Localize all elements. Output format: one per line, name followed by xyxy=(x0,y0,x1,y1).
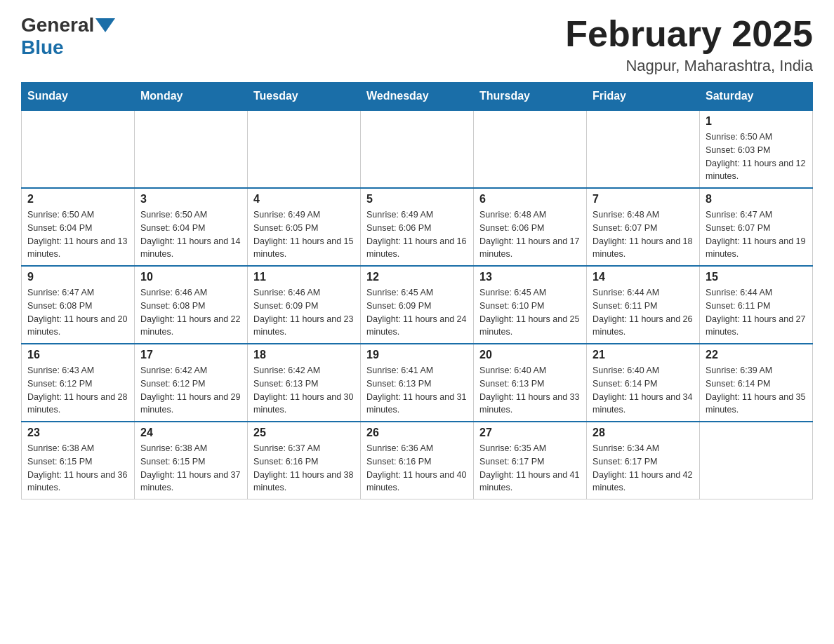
day-number: 12 xyxy=(366,271,468,283)
day-info: Sunrise: 6:44 AMSunset: 6:11 PMDaylight:… xyxy=(593,286,694,339)
day-number: 15 xyxy=(706,271,807,283)
calendar-week-3: 9Sunrise: 6:47 AMSunset: 6:08 PMDaylight… xyxy=(22,266,813,344)
day-info: Sunrise: 6:41 AMSunset: 6:13 PMDaylight:… xyxy=(366,364,468,417)
calendar-cell: 10Sunrise: 6:46 AMSunset: 6:08 PMDayligh… xyxy=(135,266,248,344)
day-info: Sunrise: 6:45 AMSunset: 6:10 PMDaylight:… xyxy=(479,286,581,339)
day-number: 5 xyxy=(366,193,468,206)
calendar-cell: 23Sunrise: 6:38 AMSunset: 6:15 PMDayligh… xyxy=(22,422,135,499)
day-number: 28 xyxy=(593,427,694,439)
title-area: February 2025 Nagpur, Maharashtra, India xyxy=(565,14,813,75)
day-info: Sunrise: 6:48 AMSunset: 6:06 PMDaylight:… xyxy=(479,208,581,261)
day-number: 26 xyxy=(366,427,468,439)
day-number: 20 xyxy=(479,349,581,361)
day-info: Sunrise: 6:50 AMSunset: 6:03 PMDaylight:… xyxy=(706,130,807,183)
day-number: 21 xyxy=(593,349,694,361)
day-number: 7 xyxy=(593,193,694,206)
day-info: Sunrise: 6:43 AMSunset: 6:12 PMDaylight:… xyxy=(27,364,128,417)
day-info: Sunrise: 6:35 AMSunset: 6:17 PMDaylight:… xyxy=(479,442,581,495)
day-info: Sunrise: 6:40 AMSunset: 6:14 PMDaylight:… xyxy=(593,364,694,417)
calendar-cell: 11Sunrise: 6:46 AMSunset: 6:09 PMDayligh… xyxy=(248,266,361,344)
day-header-monday: Monday xyxy=(135,83,248,111)
day-header-friday: Friday xyxy=(587,83,700,111)
day-number: 9 xyxy=(27,271,128,283)
logo-blue: Blue xyxy=(21,36,64,59)
calendar-cell: 13Sunrise: 6:45 AMSunset: 6:10 PMDayligh… xyxy=(474,266,587,344)
calendar-cell: 22Sunrise: 6:39 AMSunset: 6:14 PMDayligh… xyxy=(700,344,813,422)
day-number: 14 xyxy=(593,271,694,283)
calendar-cell xyxy=(700,422,813,499)
day-info: Sunrise: 6:36 AMSunset: 6:16 PMDaylight:… xyxy=(366,442,468,495)
day-info: Sunrise: 6:46 AMSunset: 6:09 PMDaylight:… xyxy=(253,286,355,339)
day-info: Sunrise: 6:44 AMSunset: 6:11 PMDaylight:… xyxy=(706,286,807,339)
calendar-cell xyxy=(135,110,248,188)
day-number: 6 xyxy=(479,193,581,206)
calendar-cell: 26Sunrise: 6:36 AMSunset: 6:16 PMDayligh… xyxy=(361,422,474,499)
calendar-table: SundayMondayTuesdayWednesdayThursdayFrid… xyxy=(21,82,813,499)
calendar-cell xyxy=(587,110,700,188)
location: Nagpur, Maharashtra, India xyxy=(565,57,813,75)
day-info: Sunrise: 6:48 AMSunset: 6:07 PMDaylight:… xyxy=(593,208,694,261)
logo-general: General xyxy=(21,14,94,36)
calendar-cell: 16Sunrise: 6:43 AMSunset: 6:12 PMDayligh… xyxy=(22,344,135,422)
day-number: 13 xyxy=(479,271,581,283)
calendar-cell: 7Sunrise: 6:48 AMSunset: 6:07 PMDaylight… xyxy=(587,188,700,266)
calendar-cell: 18Sunrise: 6:42 AMSunset: 6:13 PMDayligh… xyxy=(248,344,361,422)
day-info: Sunrise: 6:46 AMSunset: 6:08 PMDaylight:… xyxy=(140,286,241,339)
calendar-cell xyxy=(248,110,361,188)
calendar-cell: 8Sunrise: 6:47 AMSunset: 6:07 PMDaylight… xyxy=(700,188,813,266)
day-info: Sunrise: 6:50 AMSunset: 6:04 PMDaylight:… xyxy=(140,208,241,261)
day-info: Sunrise: 6:38 AMSunset: 6:15 PMDaylight:… xyxy=(140,442,241,495)
calendar-week-4: 16Sunrise: 6:43 AMSunset: 6:12 PMDayligh… xyxy=(22,344,813,422)
day-number: 8 xyxy=(706,193,807,206)
day-number: 16 xyxy=(27,349,128,361)
day-info: Sunrise: 6:40 AMSunset: 6:13 PMDaylight:… xyxy=(479,364,581,417)
calendar-cell: 2Sunrise: 6:50 AMSunset: 6:04 PMDaylight… xyxy=(22,188,135,266)
day-number: 22 xyxy=(706,349,807,361)
day-number: 10 xyxy=(140,271,241,283)
calendar-header-row: SundayMondayTuesdayWednesdayThursdayFrid… xyxy=(22,83,813,111)
calendar-cell: 4Sunrise: 6:49 AMSunset: 6:05 PMDaylight… xyxy=(248,188,361,266)
day-info: Sunrise: 6:38 AMSunset: 6:15 PMDaylight:… xyxy=(27,442,128,495)
calendar-cell: 27Sunrise: 6:35 AMSunset: 6:17 PMDayligh… xyxy=(474,422,587,499)
calendar-week-1: 1Sunrise: 6:50 AMSunset: 6:03 PMDaylight… xyxy=(22,110,813,188)
day-header-sunday: Sunday xyxy=(22,83,135,111)
calendar-cell: 15Sunrise: 6:44 AMSunset: 6:11 PMDayligh… xyxy=(700,266,813,344)
day-number: 19 xyxy=(366,349,468,361)
calendar-cell: 14Sunrise: 6:44 AMSunset: 6:11 PMDayligh… xyxy=(587,266,700,344)
page-header: General Blue February 2025 Nagpur, Mahar… xyxy=(21,14,813,75)
day-number: 27 xyxy=(479,427,581,439)
day-header-wednesday: Wednesday xyxy=(361,83,474,111)
day-number: 25 xyxy=(253,427,355,439)
day-header-tuesday: Tuesday xyxy=(248,83,361,111)
calendar-cell: 25Sunrise: 6:37 AMSunset: 6:16 PMDayligh… xyxy=(248,422,361,499)
calendar-cell: 19Sunrise: 6:41 AMSunset: 6:13 PMDayligh… xyxy=(361,344,474,422)
day-info: Sunrise: 6:34 AMSunset: 6:17 PMDaylight:… xyxy=(593,442,694,495)
day-info: Sunrise: 6:49 AMSunset: 6:06 PMDaylight:… xyxy=(366,208,468,261)
calendar-cell xyxy=(361,110,474,188)
calendar-cell: 6Sunrise: 6:48 AMSunset: 6:06 PMDaylight… xyxy=(474,188,587,266)
calendar-cell: 5Sunrise: 6:49 AMSunset: 6:06 PMDaylight… xyxy=(361,188,474,266)
day-number: 4 xyxy=(253,193,355,206)
day-info: Sunrise: 6:47 AMSunset: 6:07 PMDaylight:… xyxy=(706,208,807,261)
day-number: 2 xyxy=(27,193,128,206)
calendar-cell xyxy=(22,110,135,188)
calendar-cell: 12Sunrise: 6:45 AMSunset: 6:09 PMDayligh… xyxy=(361,266,474,344)
day-number: 11 xyxy=(253,271,355,283)
calendar-week-2: 2Sunrise: 6:50 AMSunset: 6:04 PMDaylight… xyxy=(22,188,813,266)
calendar-cell: 17Sunrise: 6:42 AMSunset: 6:12 PMDayligh… xyxy=(135,344,248,422)
calendar-cell: 21Sunrise: 6:40 AMSunset: 6:14 PMDayligh… xyxy=(587,344,700,422)
calendar-cell: 20Sunrise: 6:40 AMSunset: 6:13 PMDayligh… xyxy=(474,344,587,422)
calendar-cell: 1Sunrise: 6:50 AMSunset: 6:03 PMDaylight… xyxy=(700,110,813,188)
calendar-cell xyxy=(474,110,587,188)
day-info: Sunrise: 6:50 AMSunset: 6:04 PMDaylight:… xyxy=(27,208,128,261)
calendar-week-5: 23Sunrise: 6:38 AMSunset: 6:15 PMDayligh… xyxy=(22,422,813,499)
day-number: 23 xyxy=(27,427,128,439)
day-number: 17 xyxy=(140,349,241,361)
day-info: Sunrise: 6:37 AMSunset: 6:16 PMDaylight:… xyxy=(253,442,355,495)
day-info: Sunrise: 6:45 AMSunset: 6:09 PMDaylight:… xyxy=(366,286,468,339)
day-info: Sunrise: 6:49 AMSunset: 6:05 PMDaylight:… xyxy=(253,208,355,261)
day-number: 24 xyxy=(140,427,241,439)
calendar-cell: 3Sunrise: 6:50 AMSunset: 6:04 PMDaylight… xyxy=(135,188,248,266)
day-header-saturday: Saturday xyxy=(700,83,813,111)
day-info: Sunrise: 6:39 AMSunset: 6:14 PMDaylight:… xyxy=(706,364,807,417)
